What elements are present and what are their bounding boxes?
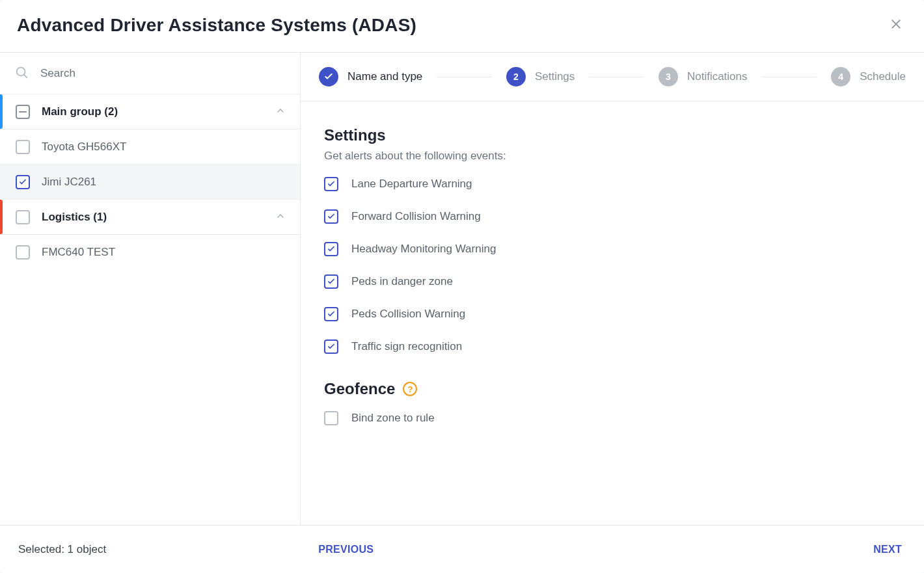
- section-subtitle: Get alerts about the following events:: [324, 150, 901, 163]
- help-icon[interactable]: ?: [403, 382, 417, 396]
- selection-status: Selected: 1 object: [18, 543, 106, 556]
- modal-adas: Advanced Driver Assistance Systems (ADAS…: [0, 0, 924, 573]
- step-done-icon: [319, 67, 338, 87]
- checkbox-checked[interactable]: [324, 242, 338, 256]
- step-label: Settings: [535, 70, 575, 83]
- option-label: Forward Collision Warning: [351, 210, 481, 223]
- tree-item-toyota[interactable]: Toyota GH566XT: [0, 129, 300, 165]
- group-logistics[interactable]: Logistics (1): [0, 200, 300, 235]
- step-connector: [589, 77, 644, 77]
- svg-point-0: [17, 67, 25, 75]
- step-connector: [437, 77, 492, 77]
- content: Settings Get alerts about the following …: [301, 101, 924, 525]
- search-input[interactable]: [39, 66, 286, 81]
- step-number: 2: [506, 67, 526, 87]
- option-headway-monitoring[interactable]: Headway Monitoring Warning: [324, 242, 901, 256]
- previous-button[interactable]: PREVIOUS: [314, 543, 377, 556]
- options-list: Lane Departure Warning Forward Collision…: [324, 177, 901, 354]
- section-title: Settings: [324, 126, 901, 144]
- option-label: Peds Collision Warning: [351, 308, 465, 321]
- option-label: Traffic sign recognition: [351, 340, 462, 353]
- step-name-and-type[interactable]: Name and type: [319, 67, 422, 87]
- checkbox-checked[interactable]: [324, 177, 338, 191]
- option-forward-collision[interactable]: Forward Collision Warning: [324, 209, 901, 224]
- option-traffic-sign[interactable]: Traffic sign recognition: [324, 340, 901, 354]
- sidebar: Main group (2) Toyota GH566XT Jimi JC261: [0, 53, 301, 525]
- option-bind-zone[interactable]: Bind zone to rule: [324, 411, 901, 425]
- item-label: Jimi JC261: [42, 176, 96, 189]
- page-title: Advanced Driver Assistance Systems (ADAS…: [17, 15, 416, 36]
- checkbox-checked[interactable]: [324, 340, 338, 354]
- item-label: Toyota GH566XT: [42, 140, 126, 153]
- option-label: Bind zone to rule: [351, 412, 435, 425]
- option-label: Lane Departure Warning: [351, 178, 472, 191]
- option-peds-collision[interactable]: Peds Collision Warning: [324, 307, 901, 321]
- footer: Selected: 1 object PREVIOUS NEXT: [0, 525, 924, 573]
- checkbox-checked[interactable]: [324, 307, 338, 321]
- checkbox-indeterminate[interactable]: [16, 105, 30, 119]
- checkbox-checked[interactable]: [324, 209, 338, 224]
- search[interactable]: [0, 53, 300, 94]
- step-label: Schedule: [860, 70, 906, 83]
- step-connector: [762, 77, 817, 77]
- group-label: Logistics (1): [42, 211, 107, 224]
- option-label: Headway Monitoring Warning: [351, 243, 496, 256]
- step-label: Name and type: [347, 70, 422, 83]
- geofence-header: Geofence ?: [324, 380, 901, 398]
- group-accent: [0, 94, 3, 129]
- option-peds-danger[interactable]: Peds in danger zone: [324, 274, 901, 289]
- object-tree: Main group (2) Toyota GH566XT Jimi JC261: [0, 94, 300, 270]
- checkbox-checked[interactable]: [16, 175, 30, 189]
- step-schedule[interactable]: 4 Schedule: [831, 67, 906, 87]
- geofence-title: Geofence: [324, 380, 395, 398]
- search-icon: [14, 65, 29, 82]
- next-button[interactable]: NEXT: [869, 543, 906, 556]
- checkbox-checked[interactable]: [324, 274, 338, 289]
- option-label: Peds in danger zone: [351, 275, 453, 288]
- step-number: 3: [659, 67, 678, 87]
- group-label: Main group (2): [42, 105, 118, 118]
- wizard-steps: Name and type 2 Settings 3 Notifications…: [301, 53, 924, 101]
- checkbox-empty[interactable]: [16, 140, 30, 154]
- checkbox-empty[interactable]: [16, 210, 30, 224]
- group-main[interactable]: Main group (2): [0, 94, 300, 129]
- chevron-up-icon[interactable]: [275, 211, 286, 224]
- item-label: FMC640 TEST: [42, 246, 115, 259]
- step-notifications[interactable]: 3 Notifications: [659, 67, 748, 87]
- tree-item-fmc640[interactable]: FMC640 TEST: [0, 235, 300, 270]
- modal-body: Main group (2) Toyota GH566XT Jimi JC261: [0, 53, 924, 525]
- step-label: Notifications: [687, 70, 748, 83]
- close-button[interactable]: [885, 14, 907, 36]
- step-settings[interactable]: 2 Settings: [506, 67, 575, 87]
- footer-actions: PREVIOUS: [314, 543, 377, 556]
- close-icon: [890, 18, 903, 33]
- checkbox-empty[interactable]: [324, 411, 338, 425]
- checkbox-empty[interactable]: [16, 245, 30, 260]
- modal-header: Advanced Driver Assistance Systems (ADAS…: [0, 0, 924, 53]
- chevron-up-icon[interactable]: [275, 105, 286, 118]
- tree-item-jimi[interactable]: Jimi JC261: [0, 165, 300, 200]
- geofence-options: Bind zone to rule: [324, 411, 901, 425]
- step-number: 4: [831, 67, 850, 87]
- main: Name and type 2 Settings 3 Notifications…: [301, 53, 924, 525]
- group-accent: [0, 200, 3, 234]
- option-lane-departure[interactable]: Lane Departure Warning: [324, 177, 901, 191]
